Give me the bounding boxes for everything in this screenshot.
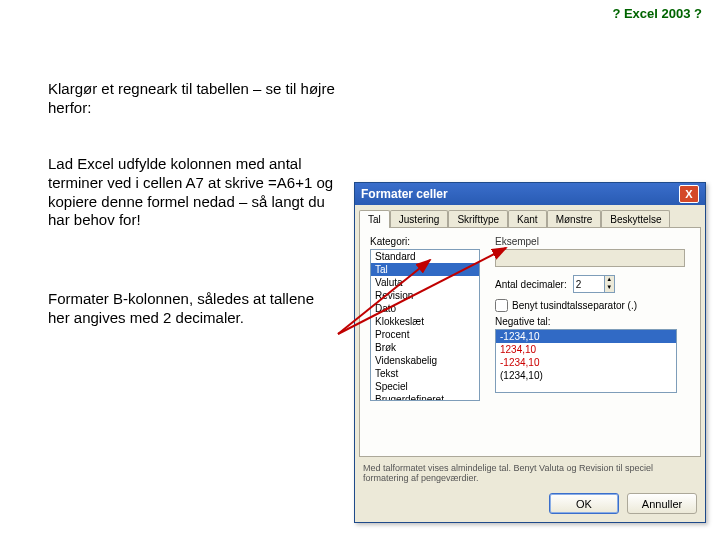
instruction-paragraph-3: Formater B-kolonnen, således at tallene … [48, 290, 338, 328]
thousand-label: Benyt tusindtalsseparator (.) [512, 300, 637, 311]
category-item[interactable]: Videnskabelig [371, 354, 479, 367]
tab-panel-number: Kategori: StandardTalValutaRevisionDatoK… [359, 227, 701, 457]
category-item[interactable]: Standard [371, 250, 479, 263]
format-description: Med talformatet vises almindelige tal. B… [363, 463, 697, 483]
tab-justering[interactable]: Justering [390, 210, 449, 228]
category-item[interactable]: Brugerdefineret [371, 393, 479, 401]
category-item[interactable]: Brøk [371, 341, 479, 354]
category-listbox[interactable]: StandardTalValutaRevisionDatoKlokkeslætP… [370, 249, 480, 401]
tab-beskyttelse[interactable]: Beskyttelse [601, 210, 670, 228]
tab-kant[interactable]: Kant [508, 210, 547, 228]
sample-box [495, 249, 685, 267]
thousand-checkbox-input[interactable] [495, 299, 508, 312]
thousand-separator-checkbox[interactable]: Benyt tusindtalsseparator (.) [495, 299, 685, 312]
decimals-input[interactable] [574, 276, 604, 292]
page-title: ? Excel 2003 ? [612, 6, 702, 21]
instruction-paragraph-1: Klargør et regneark til tabellen – se ti… [48, 80, 338, 118]
category-item[interactable]: Tal [371, 263, 479, 276]
format-cells-dialog: Formater celler X TalJusteringSkrifttype… [354, 182, 706, 523]
sample-label: Eksempel [495, 236, 685, 247]
spin-down-icon[interactable]: ▼ [604, 284, 614, 292]
close-icon[interactable]: X [679, 185, 699, 203]
dialog-titlebar[interactable]: Formater celler X [355, 183, 705, 205]
dialog-title: Formater celler [361, 187, 448, 201]
negative-label: Negative tal: [495, 316, 685, 327]
category-item[interactable]: Valuta [371, 276, 479, 289]
spin-up-icon[interactable]: ▲ [604, 276, 614, 284]
category-item[interactable]: Klokkeslæt [371, 315, 479, 328]
negative-item[interactable]: 1234,10 [496, 343, 676, 356]
category-item[interactable]: Revision [371, 289, 479, 302]
dialog-tabs: TalJusteringSkrifttypeKantMønstreBeskytt… [359, 209, 701, 227]
tab-mønstre[interactable]: Mønstre [547, 210, 602, 228]
decimals-label: Antal decimaler: [495, 279, 567, 290]
negative-item[interactable]: -1234,10 [496, 330, 676, 343]
category-item[interactable]: Tekst [371, 367, 479, 380]
category-item[interactable]: Dato [371, 302, 479, 315]
cancel-button[interactable]: Annuller [627, 493, 697, 514]
category-item[interactable]: Procent [371, 328, 479, 341]
tab-tal[interactable]: Tal [359, 210, 390, 228]
negative-item[interactable]: -1234,10 [496, 356, 676, 369]
negative-item[interactable]: (1234,10) [496, 369, 676, 382]
tab-skrifttype[interactable]: Skrifttype [448, 210, 508, 228]
ok-button[interactable]: OK [549, 493, 619, 514]
negative-listbox[interactable]: -1234,101234,10-1234,10(1234,10) [495, 329, 677, 393]
decimals-spinner[interactable]: ▲ ▼ [573, 275, 615, 293]
instruction-paragraph-2: Lad Excel udfylde kolonnen med antal ter… [48, 155, 338, 230]
category-item[interactable]: Speciel [371, 380, 479, 393]
